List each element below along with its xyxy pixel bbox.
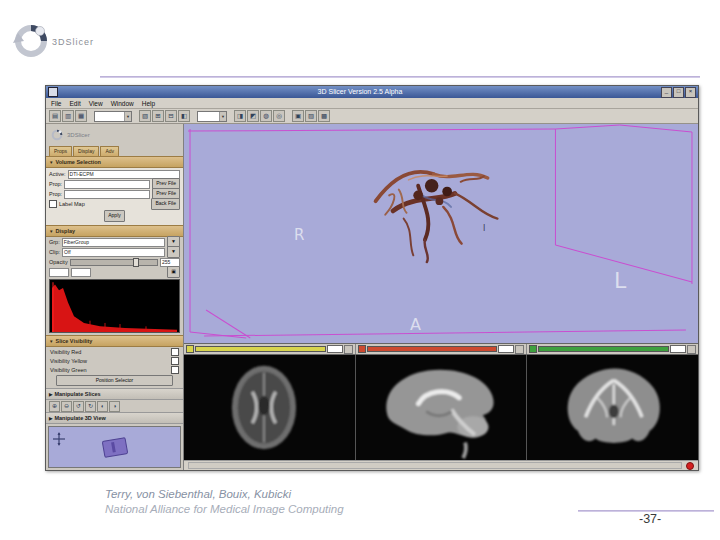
group-select[interactable]: FiberGroup xyxy=(62,238,165,247)
prop-label-1: Prop: xyxy=(49,181,62,187)
toolbar-icon-7[interactable]: ◧ xyxy=(178,110,190,122)
orientation-marker-r: R xyxy=(294,226,304,244)
slice2-offset-field[interactable] xyxy=(498,345,514,353)
visibility-yellow-checkbox[interactable] xyxy=(171,357,179,365)
menu-help[interactable]: Help xyxy=(142,100,155,107)
auto-wl-button[interactable]: ▣ xyxy=(167,266,180,278)
coronal-slice-view[interactable] xyxy=(527,355,698,460)
rotate-left-icon[interactable]: ↺ xyxy=(73,401,84,412)
slice2-menu-button[interactable] xyxy=(515,345,524,354)
slice-control-strips xyxy=(184,343,698,355)
collapse-manipulate-view[interactable]: ▶ Manipulate 3D View xyxy=(46,412,183,424)
close-button[interactable]: × xyxy=(685,87,696,98)
chevron-right-icon: ▶ xyxy=(49,392,52,397)
footer-affiliation: National Alliance for Medical Image Comp… xyxy=(105,503,344,515)
toolbar-icon-13[interactable]: ▨ xyxy=(305,110,317,122)
top-divider-rule xyxy=(100,76,700,78)
zoom-in-icon[interactable]: ⊕ xyxy=(49,401,60,412)
position-selector-button[interactable]: Position Selector xyxy=(56,375,173,386)
opacity-label: Opacity xyxy=(49,259,68,265)
prop-field-1[interactable] xyxy=(64,180,150,189)
opacity-slider[interactable] xyxy=(70,259,158,266)
toolbar-icon-2[interactable]: ▥ xyxy=(62,110,74,122)
clip-select[interactable]: Off xyxy=(62,248,165,257)
histogram-panel[interactable] xyxy=(49,279,180,333)
visibility-green-checkbox[interactable] xyxy=(171,366,179,374)
mini-slice-widget[interactable] xyxy=(102,437,129,458)
toolbar-icon-9[interactable]: ◩ xyxy=(247,110,259,122)
slice3-color-icon xyxy=(529,345,537,353)
zoom-out-icon[interactable]: ⊖ xyxy=(61,401,72,412)
module-control-panel: 3DSlicer Props Display Adv ▼ Volume Sele… xyxy=(46,124,184,470)
menu-window[interactable]: Window xyxy=(111,100,134,107)
window-menu-icon[interactable] xyxy=(48,87,58,97)
page-number: -37- xyxy=(639,512,661,526)
section-volume-selection[interactable]: ▼ Volume Selection xyxy=(46,156,183,168)
clip-label: Clip: xyxy=(49,249,60,255)
toolbar-icon-10[interactable]: ◍ xyxy=(260,110,272,122)
window-field[interactable] xyxy=(49,268,69,277)
view-select[interactable]: ▼ xyxy=(197,111,227,122)
tab-display[interactable]: Display xyxy=(73,146,99,156)
collapse-manipulate-slices[interactable]: ▶ Manipulate Slices xyxy=(46,388,183,400)
section-display-title: Display xyxy=(55,228,75,234)
label-map-checkbox[interactable] xyxy=(49,200,57,208)
label-map-label: Label Map xyxy=(59,201,85,207)
3d-viewport[interactable]: R I L A xyxy=(184,124,698,343)
toolbar-icon-12[interactable]: ▣ xyxy=(292,110,304,122)
slice2-offset-slider[interactable] xyxy=(367,346,498,352)
level-field[interactable] xyxy=(71,268,91,277)
sagittal-slice-view[interactable] xyxy=(356,355,528,460)
toolbar-icon-4[interactable]: ▧ xyxy=(139,110,151,122)
toolbar-icon-14[interactable]: ▩ xyxy=(318,110,330,122)
mode-select[interactable]: ▼ xyxy=(94,111,132,122)
rotate-right-icon[interactable]: ↻ xyxy=(85,401,96,412)
prop-field-2[interactable] xyxy=(64,190,150,199)
toolbar-icon-1[interactable]: ▤ xyxy=(49,110,61,122)
panel-logo: 3DSlicer xyxy=(46,124,183,146)
axial-slice-view[interactable] xyxy=(184,355,356,460)
tab-advanced[interactable]: Adv xyxy=(100,146,119,156)
slice3-offset-field[interactable] xyxy=(670,345,686,353)
slice3-menu-button[interactable] xyxy=(687,345,696,354)
window-titlebar[interactable]: 3D Slicer Version 2.5 Alpha _ □ × xyxy=(46,86,698,98)
toolbar-icon-6[interactable]: ⊟ xyxy=(165,110,177,122)
section-slice-visibility[interactable]: ▼ Slice Visibility xyxy=(46,335,183,347)
menu-edit[interactable]: Edit xyxy=(69,100,80,107)
panel-logo-icon xyxy=(50,128,64,142)
toolbar-icon-11[interactable]: ◎ xyxy=(273,110,285,122)
section-display[interactable]: ▼ Display xyxy=(46,225,183,237)
slice1-offset-field[interactable] xyxy=(327,345,343,353)
toolbar-icon-3[interactable]: ▦ xyxy=(75,110,87,122)
toolbar-icon-8[interactable]: ◨ xyxy=(234,110,246,122)
visibility-red-label: Visibility Red xyxy=(50,349,81,355)
view-right-icon[interactable]: ◑ xyxy=(109,401,120,412)
slice3-offset-slider[interactable] xyxy=(538,346,669,352)
sagittal-brain-image xyxy=(356,355,527,460)
prop-label-2: Prop: xyxy=(49,191,62,197)
menu-view[interactable]: View xyxy=(89,100,103,107)
apply-button[interactable]: Apply xyxy=(104,210,125,222)
group-label: Grp: xyxy=(49,239,60,245)
coronal-brain-image xyxy=(527,355,698,460)
visibility-red-checkbox[interactable] xyxy=(171,348,179,356)
slide-logo-text: 3DSlicer xyxy=(52,37,94,47)
panel-logo-text: 3DSlicer xyxy=(67,132,90,138)
toolbar-icon-5[interactable]: ⊞ xyxy=(152,110,164,122)
back-file-button[interactable]: Back File xyxy=(151,198,180,210)
crosshair-icon xyxy=(52,432,66,446)
histogram-plot xyxy=(50,280,179,332)
navigation-mini-viewport[interactable] xyxy=(48,426,181,468)
chevron-right-icon: ▶ xyxy=(49,416,52,421)
tractography-render xyxy=(364,146,509,266)
minimize-button[interactable]: _ xyxy=(661,87,672,98)
active-volume-label: Active: xyxy=(49,171,66,177)
tab-props[interactable]: Props xyxy=(49,146,72,156)
maximize-button[interactable]: □ xyxy=(673,87,684,98)
section-volume-title: Volume Selection xyxy=(55,159,100,165)
menu-file[interactable]: File xyxy=(51,100,61,107)
window-title: 3D Slicer Version 2.5 Alpha xyxy=(60,86,660,98)
view-left-icon[interactable]: ◐ xyxy=(97,401,108,412)
slice1-menu-button[interactable] xyxy=(344,345,353,354)
slice1-offset-slider[interactable] xyxy=(195,346,326,352)
